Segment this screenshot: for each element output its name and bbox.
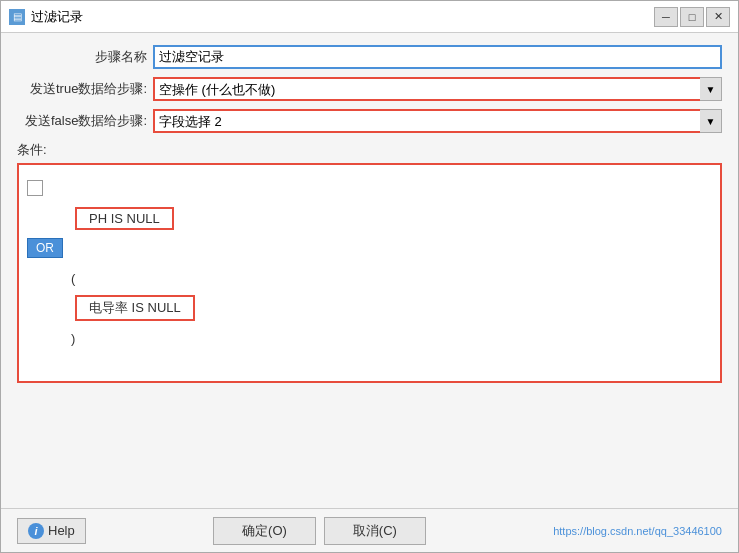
footer-left: i Help xyxy=(17,518,86,544)
maximize-button[interactable]: □ xyxy=(680,7,704,27)
false-step-select-wrapper: 字段选择 2 ▼ xyxy=(153,109,722,133)
title-bar-left: ▤ 过滤记录 xyxy=(9,8,83,26)
condition-paren-open: ( xyxy=(67,269,79,288)
step-name-input[interactable] xyxy=(153,45,722,69)
help-button[interactable]: i Help xyxy=(17,518,86,544)
title-bar: ▤ 过滤记录 ─ □ ✕ xyxy=(1,1,738,33)
conditions-section: 条件: PH IS NULL xyxy=(17,141,722,383)
footer-link: https://blog.csdn.net/qq_33446100 xyxy=(553,525,722,537)
conditions-box: PH IS NULL OR ( xyxy=(17,163,722,383)
condition-expr-ph[interactable]: PH IS NULL xyxy=(75,207,174,230)
step-name-label: 步骤名称 xyxy=(17,48,147,66)
true-step-label: 发送true数据给步骤: xyxy=(17,80,147,98)
condition-row-5: 电导率 IS NULL xyxy=(27,293,712,323)
condition-operator-or[interactable]: OR xyxy=(27,238,63,258)
condition-row-1 xyxy=(27,173,712,203)
content-area: 步骤名称 发送true数据给步骤: 空操作 (什么也不做) ▼ 发送false数… xyxy=(1,33,738,508)
conditions-area: PH IS NULL OR ( xyxy=(17,163,722,383)
true-step-select-wrapper: 空操作 (什么也不做) ▼ xyxy=(153,77,722,101)
false-step-select[interactable]: 字段选择 2 xyxy=(153,109,722,133)
footer-center: 确定(O) 取消(C) xyxy=(213,517,426,545)
title-buttons: ─ □ ✕ xyxy=(654,7,730,27)
condition-row-2: PH IS NULL xyxy=(27,203,712,233)
window-icon: ▤ xyxy=(9,9,25,25)
window-title: 过滤记录 xyxy=(31,8,83,26)
step-name-row: 步骤名称 xyxy=(17,45,722,69)
condition-row-4: ( xyxy=(27,263,712,293)
conditions-label: 条件: xyxy=(17,141,722,159)
condition-paren-close: ) xyxy=(67,329,79,348)
close-button[interactable]: ✕ xyxy=(706,7,730,27)
footer: i Help 确定(O) 取消(C) https://blog.csdn.net… xyxy=(1,508,738,552)
condition-row-3: OR xyxy=(27,233,712,263)
condition-expr-conductivity[interactable]: 电导率 IS NULL xyxy=(75,295,195,321)
help-label: Help xyxy=(48,523,75,538)
false-step-row: 发送false数据给步骤: 字段选择 2 ▼ xyxy=(17,109,722,133)
false-step-label: 发送false数据给步骤: xyxy=(17,112,147,130)
help-icon: i xyxy=(28,523,44,539)
cancel-button[interactable]: 取消(C) xyxy=(324,517,426,545)
conditions-outer: PH IS NULL OR ( xyxy=(17,163,722,383)
ok-button[interactable]: 确定(O) xyxy=(213,517,316,545)
main-window: ▤ 过滤记录 ─ □ ✕ 步骤名称 发送true数据给步骤: 空操作 (什么也不… xyxy=(0,0,739,553)
condition-checkbox-1[interactable] xyxy=(27,180,43,196)
true-step-select[interactable]: 空操作 (什么也不做) xyxy=(153,77,722,101)
add-condition-button[interactable]: + xyxy=(730,171,738,199)
minimize-button[interactable]: ─ xyxy=(654,7,678,27)
true-step-row: 发送true数据给步骤: 空操作 (什么也不做) ▼ xyxy=(17,77,722,101)
condition-row-6: ) xyxy=(27,323,712,353)
